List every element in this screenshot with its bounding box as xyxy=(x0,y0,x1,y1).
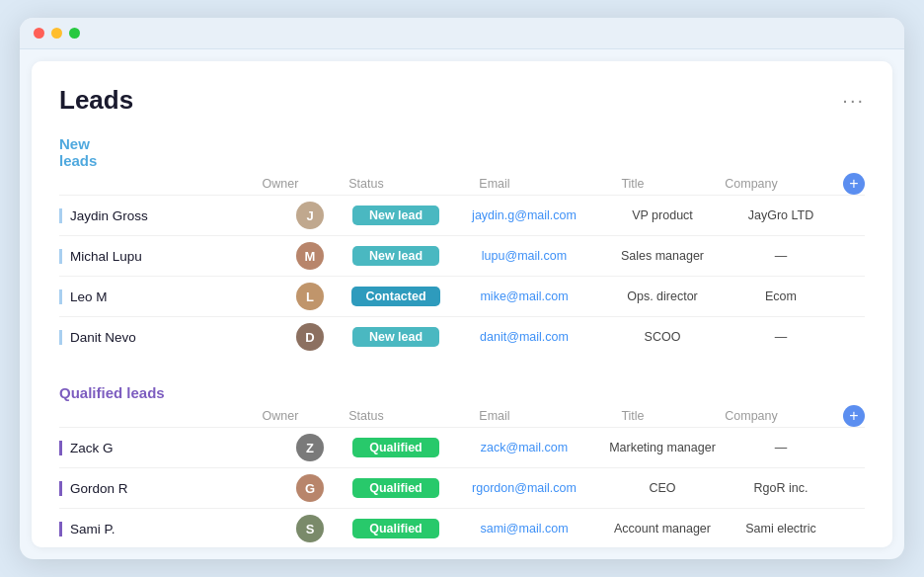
row-title: Ops. director xyxy=(598,289,727,303)
row-owner: S xyxy=(278,515,342,542)
qualified-leads-table: Zack G Z Qualified zack@mail.com Marketi… xyxy=(59,427,865,547)
new-leads-section: New leads Owner Status Email Title Compa… xyxy=(59,135,865,357)
row-email: mike@mail.com xyxy=(450,289,598,303)
row-email: sami@mail.com xyxy=(450,522,598,536)
page-title: Leads xyxy=(59,85,133,116)
row-title: Account manager xyxy=(598,522,727,536)
row-name: Zack G xyxy=(59,441,278,455)
row-email: jaydin.g@mail.com xyxy=(450,208,598,222)
row-status: New lead xyxy=(342,246,450,266)
row-company: — xyxy=(727,441,835,454)
row-name: Danit Nevo xyxy=(59,330,278,345)
row-email: lupu@mail.com xyxy=(450,249,598,263)
qualified-leads-add-button[interactable]: + xyxy=(843,405,865,427)
row-company: Ecom xyxy=(727,289,835,303)
row-email: rgordon@mail.com xyxy=(450,481,598,495)
new-leads-add-button[interactable]: + xyxy=(843,173,865,195)
row-status: New lead xyxy=(342,327,450,347)
row-company: RgoR inc. xyxy=(727,481,835,495)
table-row: Sami P. S Qualified sami@mail.com Accoun… xyxy=(59,508,865,547)
titlebar xyxy=(20,18,904,49)
qualified-leads-title: Qualified leads xyxy=(59,384,865,401)
row-email: zack@mail.com xyxy=(450,441,598,454)
table-row: Gordon R G Qualified rgordon@mail.com CE… xyxy=(59,467,865,508)
row-name: Sami P. xyxy=(59,522,278,536)
close-dot xyxy=(34,28,44,39)
row-company: — xyxy=(727,249,835,263)
row-owner: J xyxy=(278,202,342,229)
row-title: Marketing manager xyxy=(598,441,727,454)
row-owner: D xyxy=(278,323,342,351)
row-owner: G xyxy=(278,474,342,502)
qualified-leads-section: Qualified leads Owner Status Email Title… xyxy=(59,384,865,547)
row-name: Jaydin Gross xyxy=(59,208,278,223)
expand-dot xyxy=(69,28,80,39)
row-status: Qualified xyxy=(342,519,450,538)
table-row: Danit Nevo D New lead danit@mail.com SCO… xyxy=(59,316,865,357)
row-owner: Z xyxy=(278,434,342,461)
row-status: Qualified xyxy=(342,438,450,457)
table-row: Leo M L Contacted mike@mail.com Ops. dir… xyxy=(59,276,865,316)
row-email: danit@mail.com xyxy=(450,330,598,344)
main-window: Leads ··· New leads Owner Status Email T… xyxy=(20,18,904,559)
row-company: Sami electric xyxy=(727,522,835,536)
table-row: Jaydin Gross J New lead jaydin.g@mail.co… xyxy=(59,195,865,235)
row-owner: M xyxy=(278,242,342,270)
row-company: JayGro LTD xyxy=(727,208,835,222)
main-content: Leads ··· New leads Owner Status Email T… xyxy=(32,61,892,547)
row-owner: L xyxy=(278,283,342,310)
table-row: Zack G Z Qualified zack@mail.com Marketi… xyxy=(59,427,865,467)
page-header: Leads ··· xyxy=(59,85,865,116)
row-name: Michal Lupu xyxy=(59,249,278,264)
table-row: Michal Lupu M New lead lupu@mail.com Sal… xyxy=(59,235,865,276)
new-leads-col-headers: Owner Status Email Title Company xyxy=(59,173,835,195)
row-status: Qualified xyxy=(342,478,450,498)
qualified-leads-col-headers: Owner Status Email Title Company xyxy=(59,405,835,427)
row-title: CEO xyxy=(598,481,727,495)
row-status: New lead xyxy=(342,206,450,225)
more-button[interactable]: ··· xyxy=(842,89,865,112)
row-company: — xyxy=(727,330,835,344)
row-name: Leo M xyxy=(59,289,278,304)
new-leads-title: New leads xyxy=(59,135,97,169)
row-name: Gordon R xyxy=(59,481,278,496)
row-title: VP product xyxy=(598,208,727,222)
row-title: SCOO xyxy=(598,330,727,344)
row-title: Sales manager xyxy=(598,249,727,263)
row-status: Contacted xyxy=(342,287,450,306)
new-leads-table: Jaydin Gross J New lead jaydin.g@mail.co… xyxy=(59,195,865,357)
minimize-dot xyxy=(51,28,62,39)
